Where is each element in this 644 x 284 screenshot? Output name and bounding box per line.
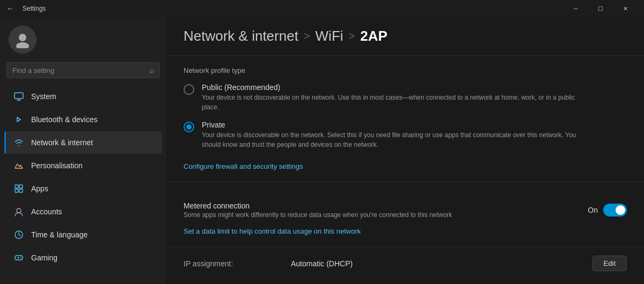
sidebar-label-system: System — [31, 92, 56, 101]
title-bar: ← Settings ─ ☐ ✕ — [0, 0, 644, 17]
personalisation-icon — [13, 160, 25, 171]
svg-rect-3 — [15, 185, 18, 188]
radio-public-desc: Your device is not discoverable on the n… — [202, 93, 577, 112]
minimize-button[interactable]: ─ — [564, 0, 588, 17]
radio-public[interactable]: Public (Recommended) Your device is not … — [184, 83, 627, 112]
radio-public-label: Public (Recommended) — [202, 83, 577, 92]
svg-rect-5 — [15, 189, 18, 192]
app-body: ⌕ SystemBluetooth & devicesNetwork & int… — [0, 17, 644, 284]
svg-point-10 — [20, 257, 21, 258]
breadcrumb-bar: Network & internet > WiFi > 2AP — [166, 17, 644, 56]
sidebar-label-network: Network & internet — [31, 138, 93, 147]
breadcrumb-current: 2AP — [360, 28, 387, 44]
nav-items: SystemBluetooth & devicesNetwork & inter… — [0, 85, 166, 270]
sidebar-item-time[interactable]: Time & language — [4, 223, 162, 246]
app-title: Settings — [23, 5, 46, 12]
radio-private-label: Private — [202, 121, 577, 129]
metered-title: Metered connection — [184, 201, 588, 210]
metered-text: Metered connection Some apps might work … — [184, 201, 588, 219]
network-profile-section: Network profile type Public (Recommended… — [166, 56, 644, 182]
sidebar-item-accounts[interactable]: Accounts — [4, 200, 162, 223]
metered-row: Metered connection Some apps might work … — [184, 193, 627, 223]
breadcrumb: Network & internet > WiFi > 2AP — [184, 28, 627, 44]
close-button[interactable]: ✕ — [613, 0, 638, 17]
back-button[interactable]: ← — [6, 4, 14, 13]
metered-desc: Some apps might work differently to redu… — [184, 211, 588, 219]
search-icon: ⌕ — [150, 66, 154, 74]
avatar — [9, 26, 36, 54]
sidebar-top — [0, 17, 166, 58]
ip-label: IP assignment: — [184, 259, 291, 268]
breadcrumb-wifi[interactable]: WiFi — [316, 28, 343, 44]
ip-value: Automatic (DHCP) — [291, 259, 592, 268]
sidebar-label-personalisation: Personalisation — [31, 161, 83, 170]
svg-rect-2 — [14, 93, 23, 99]
content-area: Network & internet > WiFi > 2AP Network … — [166, 17, 644, 284]
breadcrumb-sep-2: > — [349, 30, 355, 42]
svg-point-11 — [21, 258, 22, 259]
ip-assignment-row: IP assignment: Automatic (DHCP) Edit — [166, 247, 644, 280]
radio-private-text: Private Your device is discoverable on t… — [202, 121, 577, 150]
svg-point-0 — [19, 34, 26, 41]
svg-rect-4 — [19, 185, 23, 188]
sidebar-item-personalisation[interactable]: Personalisation — [4, 154, 162, 177]
sidebar-item-network[interactable]: Network & internet — [4, 131, 162, 154]
maximize-button[interactable]: ☐ — [588, 0, 613, 17]
time-icon — [13, 229, 25, 241]
sidebar-item-bluetooth[interactable]: Bluetooth & devices — [4, 108, 162, 131]
network-profile-title: Network profile type — [184, 66, 627, 74]
system-icon — [13, 91, 25, 102]
radio-public-circle[interactable] — [184, 84, 194, 95]
svg-point-7 — [17, 208, 21, 213]
metered-section: Metered connection Some apps might work … — [166, 182, 644, 247]
svg-rect-6 — [19, 189, 23, 192]
firewall-link[interactable]: Configure firewall and security settings — [184, 162, 303, 170]
radio-private[interactable]: Private Your device is discoverable on t… — [184, 121, 627, 150]
search-input[interactable] — [12, 66, 145, 74]
radio-public-text: Public (Recommended) Your device is not … — [202, 83, 577, 112]
breadcrumb-sep-1: > — [304, 30, 310, 42]
sidebar: ⌕ SystemBluetooth & devicesNetwork & int… — [0, 17, 166, 284]
breadcrumb-network[interactable]: Network & internet — [184, 28, 298, 44]
sidebar-item-gaming[interactable]: Gaming — [4, 246, 162, 269]
bluetooth-icon — [13, 114, 25, 125]
metered-control: On — [588, 204, 627, 216]
sidebar-label-gaming: Gaming — [31, 253, 57, 262]
metered-toggle[interactable] — [603, 204, 627, 216]
apps-icon — [13, 183, 25, 195]
sidebar-item-apps[interactable]: Apps — [4, 177, 162, 200]
data-limit-link[interactable]: Set a data limit to help control data us… — [184, 227, 361, 235]
network-icon — [13, 137, 25, 148]
sidebar-label-bluetooth: Bluetooth & devices — [31, 115, 98, 124]
search-box[interactable]: ⌕ — [6, 62, 160, 78]
radio-private-desc: Your device is discoverable on the netwo… — [202, 130, 577, 150]
window-controls: ─ ☐ ✕ — [564, 0, 638, 17]
svg-point-1 — [16, 42, 29, 48]
metered-toggle-label: On — [588, 206, 598, 214]
gaming-icon — [13, 252, 25, 264]
radio-private-circle[interactable] — [184, 122, 194, 132]
edit-button[interactable]: Edit — [592, 256, 627, 271]
sidebar-label-time: Time & language — [31, 230, 87, 239]
sidebar-item-system[interactable]: System — [4, 85, 162, 108]
sidebar-label-accounts: Accounts — [31, 207, 62, 216]
sidebar-label-apps: Apps — [31, 184, 48, 193]
toggle-knob — [616, 205, 625, 215]
accounts-icon — [13, 206, 25, 218]
